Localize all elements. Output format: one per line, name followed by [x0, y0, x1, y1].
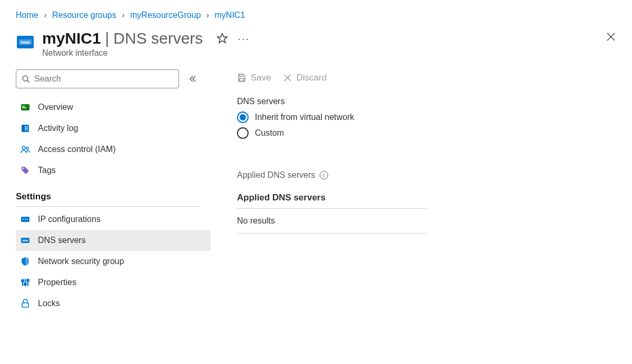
page-title: myNIC1 | DNS servers ···: [42, 29, 250, 47]
tag-icon: [20, 165, 31, 176]
radio-custom[interactable]: Custom: [237, 127, 616, 139]
sidebar-item-locks[interactable]: Locks: [16, 293, 211, 314]
radio-icon: [237, 127, 249, 139]
svg-rect-12: [23, 125, 24, 132]
discard-button[interactable]: Discard: [283, 73, 327, 83]
sidebar-item-label: Activity log: [38, 124, 78, 133]
sidebar-heading-settings: Settings: [16, 181, 200, 207]
page-name: DNS servers: [113, 29, 203, 47]
shield-icon: [20, 256, 31, 267]
people-icon: [20, 144, 31, 155]
svg-point-17: [26, 147, 28, 149]
main-content: Save Discard DNS servers Inherit from vi…: [211, 69, 616, 314]
sidebar-item-properties[interactable]: Properties: [16, 272, 211, 293]
collapse-sidebar-icon[interactable]: [189, 75, 197, 83]
breadcrumb-resource[interactable]: myNIC1: [215, 11, 245, 19]
sidebar-item-access-control[interactable]: Access control (IAM): [16, 139, 211, 160]
radio-inherit[interactable]: Inherit from virtual network: [237, 112, 616, 123]
sidebar: Overview Activity log Access control (IA…: [16, 69, 211, 314]
discard-label: Discard: [297, 73, 327, 83]
svg-text:www: www: [22, 239, 28, 242]
lock-icon: [20, 298, 31, 309]
svg-point-31: [27, 279, 29, 281]
svg-point-30: [24, 283, 26, 285]
svg-point-29: [22, 280, 24, 282]
discard-icon: [283, 73, 292, 83]
chevron-right-icon: ›: [44, 11, 46, 19]
breadcrumb: Home › Resource groups › myResourceGroup…: [16, 11, 616, 20]
svg-rect-34: [240, 78, 244, 81]
more-actions-icon[interactable]: ···: [238, 33, 250, 45]
svg-rect-10: [22, 107, 26, 108]
svg-point-18: [23, 168, 24, 169]
svg-point-6: [23, 76, 28, 81]
breadcrumb-resource-group[interactable]: myResourceGroup: [130, 11, 201, 19]
svg-rect-32: [22, 303, 28, 307]
sidebar-item-label: DNS servers: [38, 236, 86, 245]
svg-rect-33: [240, 74, 243, 76]
resource-type: Network interface: [42, 48, 250, 58]
svg-point-16: [22, 146, 25, 149]
svg-point-21: [25, 219, 26, 220]
applied-dns-label: Applied DNS servers i: [237, 170, 616, 180]
ip-config-icon: [20, 214, 31, 225]
sidebar-item-nsg[interactable]: Network security group: [16, 251, 211, 272]
overview-icon: [20, 102, 31, 113]
search-icon: [22, 75, 30, 83]
close-icon[interactable]: [606, 32, 616, 42]
sidebar-item-label: Overview: [38, 103, 73, 112]
activity-log-icon: [20, 123, 31, 134]
svg-rect-9: [22, 106, 25, 107]
sidebar-item-tags[interactable]: Tags: [16, 160, 211, 181]
sidebar-item-activity-log[interactable]: Activity log: [16, 118, 211, 139]
favorite-star-icon[interactable]: [216, 33, 228, 44]
properties-icon: [20, 277, 31, 288]
chevron-right-icon: ›: [206, 11, 209, 19]
sidebar-item-overview[interactable]: Overview: [16, 97, 211, 118]
resource-name: myNIC1: [42, 29, 101, 47]
save-button[interactable]: Save: [237, 73, 271, 83]
dns-servers-icon: www: [20, 235, 31, 246]
sidebar-item-label: Network security group: [38, 257, 124, 266]
sidebar-item-label: Access control (IAM): [38, 145, 116, 154]
sidebar-item-ip-configurations[interactable]: IP configurations: [16, 209, 211, 230]
svg-line-7: [27, 80, 29, 83]
radio-label: Inherit from virtual network: [255, 113, 354, 122]
search-input-wrapper[interactable]: [16, 69, 179, 88]
svg-point-22: [27, 219, 28, 220]
applied-dns-empty: No results: [237, 209, 427, 234]
svg-point-20: [23, 219, 24, 220]
radio-label: Custom: [255, 128, 284, 138]
dns-servers-label: DNS servers: [237, 97, 616, 106]
save-icon: [237, 73, 246, 83]
applied-dns-header: Applied DNS servers: [237, 193, 427, 209]
radio-icon: [237, 112, 249, 123]
save-label: Save: [251, 73, 271, 83]
breadcrumb-resource-groups[interactable]: Resource groups: [52, 11, 116, 19]
search-input[interactable]: [34, 74, 173, 84]
sidebar-item-label: IP configurations: [38, 215, 101, 224]
svg-text:www: www: [21, 41, 30, 44]
sidebar-item-label: Properties: [38, 278, 76, 287]
sidebar-item-label: Tags: [38, 166, 56, 175]
info-icon[interactable]: i: [320, 171, 328, 179]
network-interface-icon: www: [16, 33, 35, 52]
sidebar-item-label: Locks: [38, 299, 60, 308]
svg-marker-3: [218, 34, 227, 43]
chevron-right-icon: ›: [122, 11, 124, 19]
sidebar-item-dns-servers[interactable]: www DNS servers: [16, 230, 211, 251]
breadcrumb-home[interactable]: Home: [16, 11, 38, 19]
applied-dns-table: Applied DNS servers No results: [237, 193, 427, 234]
